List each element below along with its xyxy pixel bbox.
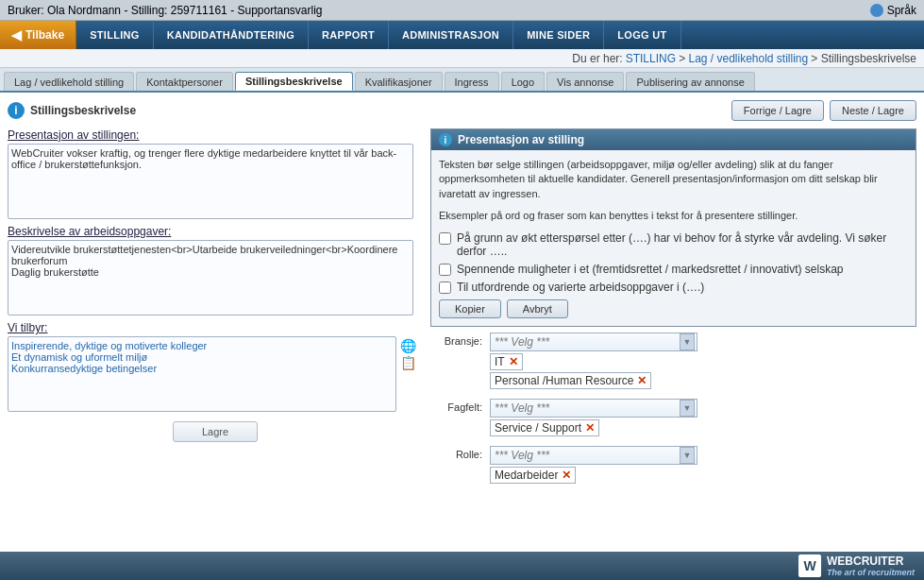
book-icon[interactable]: 📋 bbox=[400, 355, 415, 370]
fagfelt-tags: Service / Support ✕ bbox=[490, 419, 916, 436]
checkbox-item-3: Til utfordrende og varierte arbeidsoppga… bbox=[439, 281, 908, 294]
rolle-select-arrow: ▼ bbox=[680, 447, 695, 464]
lang-area[interactable]: Språk bbox=[870, 4, 916, 17]
user-info: Bruker: Ola Nordmann - Stilling: 2597111… bbox=[8, 4, 323, 17]
logo-w-icon: W bbox=[798, 554, 821, 577]
avbryt-button[interactable]: Avbryt bbox=[507, 299, 568, 318]
bransje-select[interactable]: *** Velg *** ▼ bbox=[490, 333, 697, 351]
fagfelt-select[interactable]: *** Velg *** ▼ bbox=[490, 399, 697, 418]
tab-kontaktpersoner[interactable]: Kontaktpersoner bbox=[136, 72, 233, 91]
checkbox-3-label: Til utfordrende og varierte arbeidsoppga… bbox=[457, 281, 704, 294]
checkbox-item-1: På grunn av økt etterspørsel etter (….) … bbox=[439, 231, 908, 258]
vitilbyr-wrapper: Inspirerende, dyktige og motiverte kolle… bbox=[8, 336, 423, 412]
breadcrumb-prefix: Du er her: bbox=[572, 52, 622, 65]
info-panel: i Presentasjon av stilling Teksten bør s… bbox=[430, 128, 916, 327]
presentasjon-label: Presentasjon av stillingen: bbox=[8, 128, 423, 142]
bransje-tag-it: IT ✕ bbox=[490, 353, 523, 370]
tab-publisering[interactable]: Publisering av annonse bbox=[626, 72, 754, 91]
bransje-remove-it[interactable]: ✕ bbox=[509, 355, 518, 368]
rolle-tag-medarbeider: Medarbeider ✕ bbox=[490, 467, 576, 484]
tab-stillingsbeskrivelse[interactable]: Stillingsbeskrivelse bbox=[235, 72, 353, 91]
nav-kandidat[interactable]: KANDIDATHÅNDTERING bbox=[154, 21, 309, 49]
info-panel-title-text: Presentasjon av stilling bbox=[458, 133, 584, 146]
lagre-btn-wrap: Lagre bbox=[8, 421, 423, 442]
page-title: i Stillingsbeskrivelse bbox=[8, 102, 136, 119]
lagre-button[interactable]: Lagre bbox=[173, 421, 258, 442]
fagfelt-remove-support[interactable]: ✕ bbox=[585, 421, 595, 435]
right-column: i Presentasjon av stilling Teksten bør s… bbox=[430, 128, 916, 544]
title-buttons: Forrige / Lagre Neste / Lagre bbox=[731, 100, 916, 121]
page-title-bar: i Stillingsbeskrivelse Forrige / Lagre N… bbox=[8, 100, 916, 121]
title-info-icon: i bbox=[8, 102, 25, 119]
tab-lag-vedlikehold[interactable]: Lag / vedlikehold stilling bbox=[4, 72, 134, 91]
neste-lagre-button[interactable]: Neste / Lagre bbox=[830, 100, 916, 121]
nav-admin[interactable]: ADMINISTRASJON bbox=[389, 21, 513, 49]
beskrivelse-textarea[interactable]: Videreutvikle brukerstøttetjenesten<br>U… bbox=[8, 240, 413, 316]
nav-stilling[interactable]: STILLING bbox=[76, 21, 154, 49]
top-bar: Bruker: Ola Nordmann - Stilling: 2597111… bbox=[0, 0, 924, 21]
globe-icon bbox=[870, 4, 883, 17]
vitilbyr-label: Vi tilbyr: bbox=[8, 321, 423, 334]
back-button[interactable]: ◀ Tilbake bbox=[0, 21, 76, 49]
rolle-label: Rolle: bbox=[430, 446, 482, 460]
rolle-tags: Medarbeider ✕ bbox=[490, 467, 916, 484]
bransje-tags-2: Personal /Human Resource ✕ bbox=[490, 372, 916, 389]
rolle-select[interactable]: *** Velg *** ▼ bbox=[490, 446, 697, 465]
nav-bar: ◀ Tilbake STILLING KANDIDATHÅNDTERING RA… bbox=[0, 21, 924, 49]
breadcrumb-lag[interactable]: Lag / vedlikehold stilling bbox=[688, 52, 808, 65]
tab-logo[interactable]: Logo bbox=[501, 72, 545, 91]
lang-label: Språk bbox=[887, 4, 916, 17]
logo-tagline: The art of recruitment bbox=[827, 568, 915, 577]
bransje-remove-hr[interactable]: ✕ bbox=[637, 374, 647, 387]
bransje-placeholder: *** Velg *** bbox=[495, 335, 549, 349]
rolle-placeholder: *** Velg *** bbox=[495, 449, 549, 462]
tab-ingress[interactable]: Ingress bbox=[445, 72, 499, 91]
checkbox-2[interactable] bbox=[439, 264, 451, 276]
vitilbyr-side-icons: 🌐 📋 bbox=[398, 336, 417, 412]
breadcrumb: Du er her: STILLING > Lag / vedlikehold … bbox=[0, 49, 924, 68]
rolle-field-group: *** Velg *** ▼ Medarbeider ✕ bbox=[490, 446, 916, 484]
rolle-remove-medarbeider[interactable]: ✕ bbox=[562, 469, 571, 482]
bransje-row: Bransje: *** Velg *** ▼ IT ✕ Pe bbox=[430, 333, 916, 389]
logo-name: WEBCRUITER bbox=[827, 554, 915, 568]
bransje-field-group: *** Velg *** ▼ IT ✕ Personal /Human Reso… bbox=[490, 333, 916, 389]
info-panel-text1: Teksten bør selge stillingen (arbeidsopp… bbox=[439, 158, 908, 201]
tab-kvalifikasjoner[interactable]: Kvalifikasjoner bbox=[355, 72, 443, 91]
checkbox-3[interactable] bbox=[439, 281, 451, 294]
presentasjon-textarea[interactable]: WebCruiter vokser kraftig, og trenger fl… bbox=[8, 144, 413, 219]
fagfelt-label: Fagfelt: bbox=[430, 399, 482, 413]
rolle-row: Rolle: *** Velg *** ▼ Medarbeider ✕ bbox=[430, 446, 916, 484]
bransje-select-arrow: ▼ bbox=[680, 333, 695, 350]
nav-mine-sider[interactable]: MINE SIDER bbox=[513, 21, 604, 49]
main-content: i Stillingsbeskrivelse Forrige / Lagre N… bbox=[0, 93, 924, 552]
forrige-lagre-button[interactable]: Forrige / Lagre bbox=[731, 100, 824, 121]
checkbox-2-label: Spennende muligheter i et (fremtidsrette… bbox=[457, 263, 844, 276]
nav-logg-ut[interactable]: LOGG UT bbox=[604, 21, 680, 49]
fagfelt-row: Fagfelt: *** Velg *** ▼ Service / Suppor… bbox=[430, 399, 916, 436]
kopier-button[interactable]: Kopier bbox=[439, 299, 501, 318]
tabs-bar: Lag / vedlikehold stilling Kontaktperson… bbox=[0, 68, 924, 93]
back-label: Tilbake bbox=[25, 28, 64, 42]
fagfelt-select-arrow: ▼ bbox=[680, 400, 695, 417]
globe-add-icon[interactable]: 🌐 bbox=[400, 338, 415, 353]
presentasjon-group: Presentasjon av stillingen: WebCruiter v… bbox=[8, 128, 423, 219]
bransje-tag-hr: Personal /Human Resource ✕ bbox=[490, 372, 651, 389]
beskrivelse-label: Beskrivelse av arbeidsoppgaver: bbox=[8, 225, 423, 238]
checkbox-item-2: Spennende muligheter i et (fremtidsrette… bbox=[439, 263, 908, 276]
fagfelt-tag-support: Service / Support ✕ bbox=[490, 419, 599, 436]
info-panel-text2: Eksempler på ord og fraser som kan benyt… bbox=[439, 209, 908, 223]
breadcrumb-current: Stillingsbeskrivelse bbox=[821, 52, 916, 65]
info-panel-title: i Presentasjon av stilling bbox=[431, 129, 916, 150]
tab-vis-annonse[interactable]: Vis annonse bbox=[546, 72, 624, 91]
breadcrumb-stilling[interactable]: STILLING bbox=[626, 52, 676, 65]
bottom-bar: W WEBCRUITER The art of recruitment bbox=[0, 552, 924, 580]
checkbox-1-label: På grunn av økt etterspørsel etter (….) … bbox=[457, 231, 908, 258]
vitilbyr-textarea[interactable]: Inspirerende, dyktige og motiverte kolle… bbox=[8, 336, 396, 412]
webcruiter-logo: W WEBCRUITER The art of recruitment bbox=[798, 554, 915, 577]
nav-rapport[interactable]: RAPPORT bbox=[309, 21, 389, 49]
bransje-label: Bransje: bbox=[430, 333, 482, 347]
left-column: Presentasjon av stillingen: WebCruiter v… bbox=[8, 128, 423, 544]
beskrivelse-group: Beskrivelse av arbeidsoppgaver: Videreut… bbox=[8, 225, 423, 316]
checkbox-1[interactable] bbox=[439, 232, 451, 245]
vitilbyr-group: Vi tilbyr: Inspirerende, dyktige og moti… bbox=[8, 321, 423, 412]
